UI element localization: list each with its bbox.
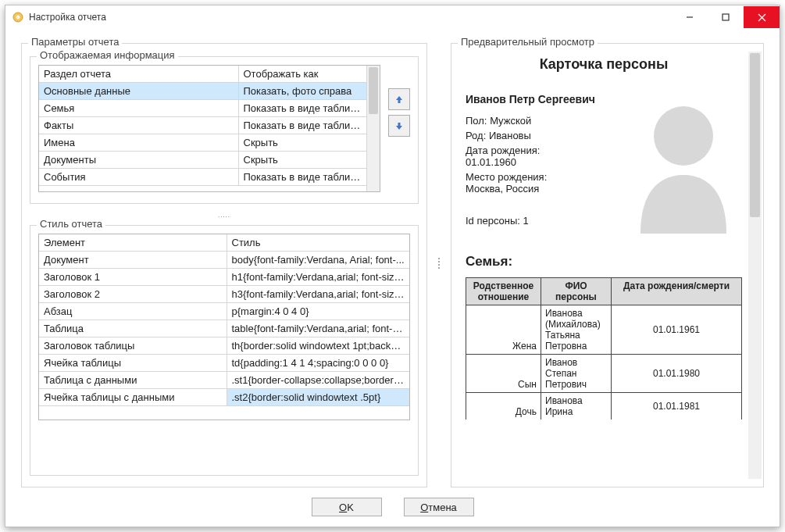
arrow-down-icon bbox=[394, 120, 405, 131]
style-row[interactable]: Документbody{font-family:Verdana, Arial;… bbox=[39, 252, 409, 269]
info-row[interactable]: ФактыПоказать в виде таблицы bbox=[39, 117, 366, 134]
photo-placeholder-icon bbox=[625, 93, 742, 234]
dialog-window: Настройка отчета Параметры отчета Отобра… bbox=[5, 5, 780, 527]
family-header-relation: Родственное отношение bbox=[466, 278, 541, 305]
svg-rect-3 bbox=[723, 14, 729, 20]
cancel-button[interactable]: Отмена bbox=[404, 498, 474, 516]
info-fieldset: Отображаемая информация Раздел отчета От… bbox=[30, 56, 419, 204]
info-row[interactable]: ИменаСкрыть bbox=[39, 134, 366, 152]
params-fieldset: Параметры отчета Отображаемая информация… bbox=[21, 43, 427, 487]
info-row[interactable]: СемьяПоказать в виде таблицы bbox=[39, 100, 366, 117]
info-row[interactable]: СобытияПоказать в виде таблицы bbox=[39, 169, 366, 186]
maximize-button[interactable] bbox=[708, 6, 744, 28]
person-name: Иванов Петр Сергеевич bbox=[466, 93, 609, 107]
style-header-element[interactable]: Элемент bbox=[39, 234, 227, 252]
close-button[interactable] bbox=[744, 6, 780, 28]
family-header-fio: ФИО персоны bbox=[541, 278, 612, 305]
arrow-up-icon bbox=[394, 94, 405, 105]
params-legend: Параметры отчета bbox=[28, 36, 122, 48]
preview-legend: Предварительный просмотр bbox=[458, 36, 598, 48]
pane-splitter[interactable] bbox=[437, 38, 441, 487]
field-pob: Место рождения:Москва, Россия bbox=[466, 171, 609, 195]
style-row[interactable]: Таблицаtable{font-family:Verdana,arial; … bbox=[39, 320, 409, 337]
family-table: Родственное отношение ФИО персоны Дата р… bbox=[466, 277, 742, 420]
style-row[interactable]: Заголовок таблицыth{border:solid windowt… bbox=[39, 337, 409, 355]
preview-title: Карточка персоны bbox=[466, 56, 742, 73]
content-area: Параметры отчета Отображаемая информация… bbox=[5, 29, 780, 487]
style-row[interactable]: Заголовок 1h1{font-family:Verdana,arial;… bbox=[39, 269, 409, 286]
style-legend: Стиль отчета bbox=[37, 218, 105, 230]
family-heading: Семья: bbox=[466, 254, 742, 270]
style-row[interactable]: Ячейка таблицыtd{padding:1 4 1 4;spacing… bbox=[39, 355, 409, 372]
style-row[interactable]: Таблица с данными.st1{border-collapse:co… bbox=[39, 372, 409, 389]
move-down-button[interactable] bbox=[388, 115, 410, 137]
left-pane: Параметры отчета Отображаемая информация… bbox=[21, 38, 427, 487]
family-row: СынИванов Степан Петрович01.01.1980 bbox=[466, 355, 742, 393]
family-row: ДочьИванова Ирина01.01.1981 bbox=[466, 393, 742, 420]
move-up-button[interactable] bbox=[388, 88, 410, 110]
footer: OK Отмена bbox=[5, 487, 780, 527]
svg-point-1 bbox=[16, 16, 20, 20]
style-row[interactable]: Абзацp{margin:4 0 4 0} bbox=[39, 303, 409, 320]
info-header-section[interactable]: Раздел отчета bbox=[39, 66, 238, 83]
svg-point-6 bbox=[654, 106, 713, 166]
field-sex: Пол: Мужской bbox=[466, 115, 609, 127]
titlebar: Настройка отчета bbox=[5, 5, 780, 29]
style-table[interactable]: Элемент Стиль Документbody{font-family:V… bbox=[38, 234, 410, 420]
window-title: Настройка отчета bbox=[29, 12, 672, 23]
info-row[interactable]: Основные данныеПоказать, фото справа bbox=[39, 83, 366, 100]
info-legend: Отображаемая информация bbox=[37, 49, 178, 61]
style-header-style[interactable]: Стиль bbox=[227, 234, 409, 252]
style-fieldset: Стиль отчета Элемент Стиль Документbody{… bbox=[30, 225, 419, 476]
info-header-mode[interactable]: Отображать как bbox=[238, 66, 366, 83]
info-row[interactable]: ДокументыСкрыть bbox=[39, 152, 366, 169]
family-row: ЖенаИванова (Михайлова) Татьяна Петровна… bbox=[466, 305, 742, 355]
minimize-button[interactable] bbox=[672, 6, 708, 28]
preview-scrollbar[interactable] bbox=[748, 52, 762, 479]
field-dob: Дата рождения:01.01.1960 bbox=[466, 145, 609, 168]
style-row[interactable]: Заголовок 2h3{font-family:Verdana,arial;… bbox=[39, 286, 409, 303]
field-id: Id персоны: 1 bbox=[466, 215, 609, 227]
family-header-date: Дата рождения/смерти bbox=[612, 278, 742, 305]
preview-content: Карточка персоны Иванов Петр Сергеевич П… bbox=[459, 52, 748, 479]
field-clan: Род: Ивановы bbox=[466, 130, 609, 141]
ok-button[interactable]: OK bbox=[312, 498, 382, 516]
right-pane: Предварительный просмотр Карточка персон… bbox=[451, 38, 764, 487]
info-scrollbar[interactable] bbox=[366, 66, 380, 191]
style-row[interactable]: Ячейка таблицы с данными.st2{border:soli… bbox=[39, 389, 409, 406]
preview-fieldset: Предварительный просмотр Карточка персон… bbox=[451, 43, 764, 487]
app-icon bbox=[12, 11, 24, 23]
info-table[interactable]: Раздел отчета Отображать как Основные да… bbox=[38, 65, 380, 192]
